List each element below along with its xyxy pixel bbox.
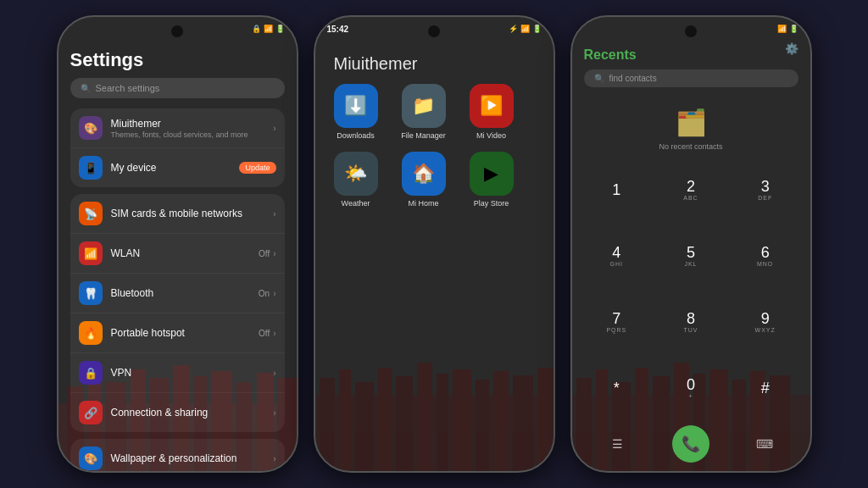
recents-search[interactable]: 🔍 find contacts xyxy=(584,69,798,87)
dialer-bottom: ☰ 📞 ⌨ xyxy=(581,420,802,466)
chevron-icon: › xyxy=(273,369,275,378)
no-contacts-text: No recent contacts xyxy=(659,142,722,151)
home-screen: 15:42 ⚡ 📶 🔋 Miuithemer ⬇️ Downloads 📁 Fi… xyxy=(315,17,554,471)
miuithemer-label: Miuithemer xyxy=(111,118,265,130)
miuithemer-sub: Themes, fonts, cloud services, and more xyxy=(111,130,265,139)
chevron-icon: › xyxy=(273,124,275,133)
wlan-label: WLAN xyxy=(111,247,251,259)
mydevice-label: My device xyxy=(111,162,231,174)
gear-button[interactable]: ⚙️ xyxy=(785,42,798,55)
app-item-mivideo[interactable]: ▶️ Mi Video xyxy=(466,84,517,140)
hotspot-icon: 🔥 xyxy=(79,321,103,345)
call-button[interactable]: 📞 xyxy=(672,425,709,463)
wallpaper-icon: 🎨 xyxy=(79,446,103,470)
app-item-weather[interactable]: 🌤️ Weather xyxy=(331,152,381,208)
status-icons-1: 🔒 📶 🔋 xyxy=(252,25,285,33)
chevron-icon: › xyxy=(273,289,275,298)
home-content: Miuithemer ⬇️ Downloads 📁 File Manager ▶… xyxy=(315,41,554,471)
search-icon: 🔍 xyxy=(81,84,91,93)
chevron-icon: › xyxy=(273,329,275,338)
recents-search-placeholder: find contacts xyxy=(609,74,657,83)
app-item-filemanager[interactable]: 📁 File Manager xyxy=(398,84,449,140)
settings-item-wallpaper[interactable]: 🎨 Wallpaper & personalization › xyxy=(70,439,285,471)
punch-hole-3 xyxy=(685,25,697,37)
volume-down-button-2[interactable] xyxy=(554,161,555,195)
miuithemer-text: Miuithemer Themes, fonts, cloud services… xyxy=(111,118,265,139)
volume-up-button-2[interactable] xyxy=(554,119,555,152)
no-contacts-area: 🗂️ No recent contacts xyxy=(572,94,810,158)
miuithemer-icon: 🎨 xyxy=(79,116,103,140)
settings-item-vpn[interactable]: 🔒 VPN › xyxy=(70,353,285,393)
volume-up-button-3[interactable] xyxy=(810,119,812,152)
mihome-icon: 🏠 xyxy=(402,152,446,196)
mivideo-label: Mi Video xyxy=(476,131,506,140)
dial-key-star[interactable]: * xyxy=(581,356,654,420)
playstore-label: Play Store xyxy=(474,199,509,208)
bluetooth-icon: 🦷 xyxy=(79,281,103,305)
power-button-3[interactable] xyxy=(570,136,572,161)
dial-key-7[interactable]: 7 PQRS xyxy=(581,290,654,354)
settings-section-network: 📡 SIM cards & mobile networks › 📶 WLAN O… xyxy=(70,194,285,432)
filemanager-icon: 📁 xyxy=(402,84,446,128)
keyboard-button[interactable]: ⌨ xyxy=(746,425,783,463)
dial-key-9[interactable]: 9 WXYZ xyxy=(729,290,802,354)
sim-icon: 📡 xyxy=(79,202,103,225)
chevron-icon: › xyxy=(273,249,275,258)
update-badge[interactable]: Update xyxy=(239,162,275,174)
settings-screen: 🔒 📶 🔋 Settings 🔍 Search settings 🎨 Miuit… xyxy=(58,17,297,471)
volume-down-button-3[interactable] xyxy=(810,161,812,195)
mydevice-text: My device xyxy=(111,162,231,174)
mivideo-icon: ▶️ xyxy=(470,84,514,128)
dial-key-2[interactable]: 2 ABC xyxy=(654,158,727,222)
recents-content: Recents 🔍 find contacts 🗂️ No recent con… xyxy=(572,41,810,471)
settings-search-bar[interactable]: 🔍 Search settings xyxy=(70,78,285,98)
dial-key-hash[interactable]: # xyxy=(729,356,802,420)
phone-home: 15:42 ⚡ 📶 🔋 Miuithemer ⬇️ Downloads 📁 Fi… xyxy=(314,15,555,473)
settings-item-bluetooth[interactable]: 🦷 Bluetooth On › xyxy=(70,274,285,313)
miuithemer-right: › xyxy=(273,124,275,133)
dial-key-4[interactable]: 4 GHI xyxy=(581,224,654,288)
app-item-downloads[interactable]: ⬇️ Downloads xyxy=(331,84,381,140)
settings-item-miuithemer[interactable]: 🎨 Miuithemer Themes, fonts, cloud servic… xyxy=(70,108,285,148)
weather-label: Weather xyxy=(342,199,370,208)
hotspot-status: Off xyxy=(259,329,270,338)
settings-item-connection[interactable]: 🔗 Connection & sharing › xyxy=(70,393,285,432)
weather-icon: 🌤️ xyxy=(334,152,378,196)
menu-button[interactable]: ☰ xyxy=(598,425,636,463)
dial-key-5[interactable]: 5 JKL xyxy=(654,224,727,288)
power-button-2[interactable] xyxy=(314,136,315,161)
mihome-label: Mi Home xyxy=(408,199,438,208)
phone-settings: 🔒 📶 🔋 Settings 🔍 Search settings 🎨 Miuit… xyxy=(57,15,298,473)
dial-key-0[interactable]: 0 + xyxy=(654,356,727,420)
wlan-icon: 📶 xyxy=(79,241,103,265)
downloads-label: Downloads xyxy=(337,131,375,140)
playstore-icon: ▶ xyxy=(470,152,514,196)
vpn-icon: 🔒 xyxy=(79,361,103,385)
app-item-playstore[interactable]: ▶ Play Store xyxy=(466,152,517,208)
dialer-grid: 1 2 ABC 3 DEF 4 GHI xyxy=(581,158,802,420)
status-time-2: 15:42 xyxy=(327,25,349,34)
app-row-1: ⬇️ Downloads 📁 File Manager ▶️ Mi Video xyxy=(331,84,538,140)
dial-key-1[interactable]: 1 xyxy=(581,158,654,222)
settings-item-hotspot[interactable]: 🔥 Portable hotspot Off › xyxy=(70,313,285,353)
settings-item-mydevice[interactable]: 📱 My device Update xyxy=(70,148,285,187)
dial-key-8[interactable]: 8 TUV xyxy=(654,290,727,354)
power-button[interactable] xyxy=(57,136,58,161)
status-icons-3: 📶 🔋 xyxy=(777,25,798,33)
mydevice-icon: 📱 xyxy=(79,156,103,180)
app-item-mihome[interactable]: 🏠 Mi Home xyxy=(398,152,449,208)
volume-up-button[interactable] xyxy=(297,119,298,152)
chevron-icon: › xyxy=(273,408,275,418)
dial-key-6[interactable]: 6 MNO xyxy=(729,224,802,288)
volume-down-button[interactable] xyxy=(297,161,298,195)
dialer: 1 2 ABC 3 DEF 4 GHI xyxy=(572,158,810,471)
status-icons-2: ⚡ 📶 🔋 xyxy=(509,25,542,33)
settings-item-wlan[interactable]: 📶 WLAN Off › xyxy=(70,234,285,274)
punch-hole-2 xyxy=(428,25,440,37)
search-icon-recents: 🔍 xyxy=(594,74,604,83)
dial-key-3[interactable]: 3 DEF xyxy=(729,158,802,222)
search-placeholder: Search settings xyxy=(96,83,160,93)
bluetooth-status: On xyxy=(259,289,270,298)
filemanager-label: File Manager xyxy=(401,131,446,140)
settings-item-sim[interactable]: 📡 SIM cards & mobile networks › xyxy=(70,194,285,234)
